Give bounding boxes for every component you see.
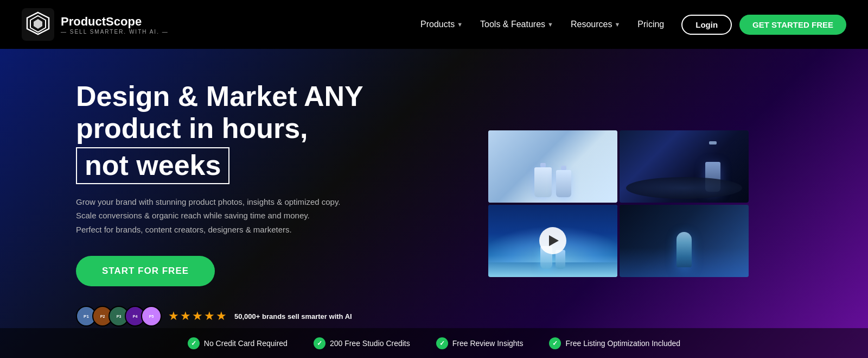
social-count: 50,000+ brands sell smarter with AI [234,312,352,321]
login-button[interactable]: Login [681,15,732,35]
logo-icon [22,8,54,41]
brand-text: ProductScope — SELL SMARTER. WITH AI. — [61,15,169,35]
feature-listing-optimization: ✓ Free Listing Optimization Included [549,337,680,349]
logo[interactable]: ProductScope — SELL SMARTER. WITH AI. — [22,8,169,41]
start-for-free-button[interactable]: START FOR FREE [76,256,215,286]
get-started-button[interactable]: GET STARTED FREE [739,15,846,35]
product-image-tl [488,130,617,203]
nav-tools-features[interactable]: Tools & Features ▼ [480,20,553,29]
feature-studio-credits: ✓ 200 Free Studio Credits [314,337,410,349]
nav-products[interactable]: Products ▼ [420,20,463,29]
brand-tagline: — SELL SMARTER. WITH AI. — [61,29,169,35]
avatar: P5 [141,306,162,326]
product-image-br [620,205,749,277]
star-rating: ★★★★★ [168,309,228,323]
headline-highlight: not weeks [76,147,229,184]
hero-content: Design & Market ANY product in hours, no… [76,80,456,327]
social-proof: P1 P2 P3 P4 P5 ★★★★★ 50,000+ brands sell… [76,306,456,326]
nav-pricing[interactable]: Pricing [637,20,664,29]
hero-subtext: Grow your brand with stunning product ph… [76,195,456,237]
avatar-group: P1 P2 P3 P4 P5 [76,306,162,326]
nav-resources[interactable]: Resources ▼ [571,20,620,29]
check-icon: ✓ [188,337,200,349]
hero-section: Design & Market ANY product in hours, no… [0,49,868,358]
bottom-bar: ✓ No Credit Card Required ✓ 200 Free Stu… [0,328,868,358]
feature-review-insights: ✓ Free Review Insights [436,337,524,349]
play-button[interactable] [539,227,566,254]
product-image-bl [488,205,617,277]
chevron-down-icon: ▼ [547,21,553,28]
chevron-down-icon: ▼ [457,21,463,28]
feature-no-credit-card: ✓ No Credit Card Required [188,337,288,349]
check-icon: ✓ [436,337,448,349]
check-icon: ✓ [314,337,326,349]
brand-name: ProductScope [61,15,169,29]
hero-images [488,130,749,277]
check-icon: ✓ [549,337,561,349]
chevron-down-icon: ▼ [614,21,620,28]
navbar: ProductScope — SELL SMARTER. WITH AI. — … [0,0,868,49]
nav-actions: Login GET STARTED FREE [681,15,846,35]
hero-headline: Design & Market ANY product in hours, no… [76,80,456,184]
nav-links: Products ▼ Tools & Features ▼ Resources … [420,20,664,29]
product-image-tr [620,130,749,203]
